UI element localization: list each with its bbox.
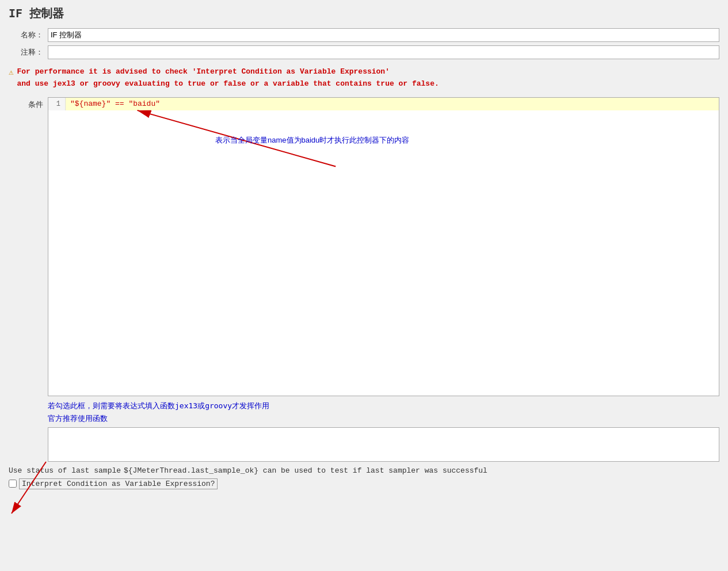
svg-line-1 (138, 110, 336, 167)
page-title: IF 控制器 (9, 6, 719, 21)
annotation-text: 表示当全局变量name值为baidu时才执行此控制器下的内容 (215, 135, 409, 145)
name-input[interactable] (48, 28, 719, 42)
last-sample-value: ${JMeterThread.last_sample_ok} can be us… (124, 466, 487, 475)
name-row: 名称： (9, 28, 719, 42)
code-editor[interactable]: 1 "${name}" == "baidu" 表示当全局变量name值为baid… (48, 97, 719, 396)
line-number-1: 1 (48, 98, 66, 110)
warning-text: For performance it is advised to check '… (17, 66, 439, 90)
comment-row: 注释： (9, 45, 719, 59)
condition-row: 条件 1 "${name}" == "baidu" (9, 97, 719, 396)
annotation-arrow-svg (48, 98, 719, 396)
warning-icon: ⚠ (9, 67, 13, 76)
interpret-checkbox-row: Interpret Condition as Variable Expressi… (9, 478, 719, 489)
hint-line-1: 若勾选此框，则需要将表达式填入函数jex13或groovy才发挥作用 官方推荐使… (48, 400, 719, 425)
line-content-1: "${name}" == "baidu" (66, 99, 160, 108)
condition-editor-wrapper: 1 "${name}" == "baidu" 表示当全局变量name值为baid… (48, 97, 719, 396)
comment-input[interactable] (48, 45, 719, 59)
comment-label: 注释： (9, 47, 43, 58)
condition-label: 条件 (9, 97, 43, 110)
last-sample-label: Use status of last sample (9, 466, 124, 475)
last-sample-row: Use status of last sample ${JMeterThread… (9, 466, 719, 475)
interpret-checkbox-label: Interpret Condition as Variable Expressi… (19, 478, 218, 489)
interpret-editor[interactable] (48, 427, 719, 462)
code-line-1: 1 "${name}" == "baidu" (48, 98, 719, 110)
interpret-checkbox[interactable] (9, 480, 17, 488)
main-container: IF 控制器 名称： 注释： ⚠ For performance it is a… (0, 0, 728, 495)
warning-box: ⚠ For performance it is advised to check… (9, 64, 719, 93)
name-label: 名称： (9, 30, 43, 40)
bottom-section: 若勾选此框，则需要将表达式填入函数jex13或groovy才发挥作用 官方推荐使… (9, 400, 719, 489)
